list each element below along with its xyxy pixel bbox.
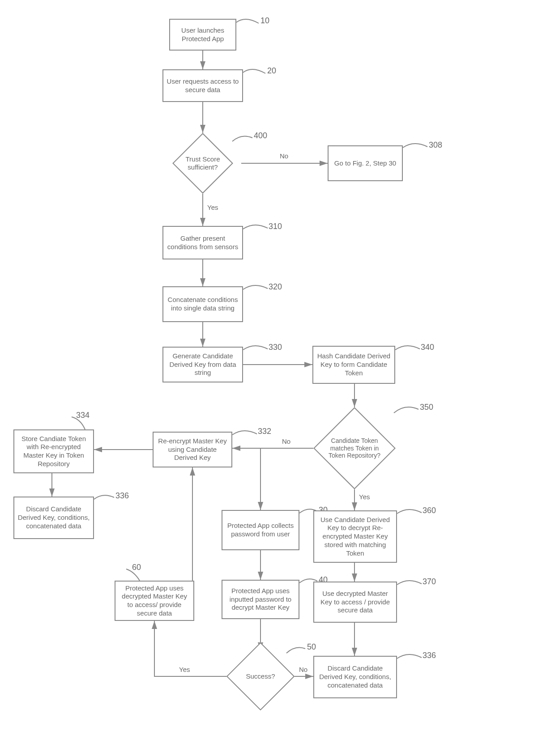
process-store-token: Store Candiate Token with Re-encrypted M… [13, 429, 94, 473]
process-access-secure-data: Use decrypted Master Key to access / pro… [313, 582, 397, 623]
node-label: Discard Candidate Derived Key, condition… [317, 664, 393, 689]
connectors [0, 0, 555, 756]
node-label: Re-encrypt Master Key using Candidate De… [156, 437, 229, 462]
node-label: Hash Candidate Derived Key to form Candi… [316, 352, 392, 377]
process-collect-password: Protected App collects password from use… [222, 510, 299, 550]
node-label: Generate Candidate Derived Key from data… [166, 352, 239, 377]
node-number: 336 [115, 491, 129, 501]
node-number: 340 [421, 343, 434, 352]
node-label: Concatenate conditions into single data … [166, 296, 239, 313]
flowchart-canvas: User launches Protected App 10 User requ… [0, 0, 555, 756]
process-gather-conditions: Gather present conditions from sensors [162, 226, 243, 259]
process-hash-cdk: Hash Candidate Derived Key to form Candi… [312, 346, 395, 384]
node-number: 400 [254, 131, 267, 140]
node-label: Protected App uses inputted password to … [225, 587, 296, 612]
decision-success: Success? [226, 642, 295, 711]
node-label: Success? [246, 672, 275, 680]
node-label: Protected App collects password from use… [225, 522, 296, 539]
node-number: 320 [269, 282, 282, 292]
edge-label-yes: Yes [207, 204, 218, 211]
node-label: Protected App uses decrypted Master Key … [118, 584, 191, 618]
process-request-access: User requests access to secure data [162, 69, 243, 102]
process-decrypt-with-password: Protected App uses inputted password to … [222, 580, 299, 619]
node-label: Use decrypted Master Key to access / pro… [317, 590, 393, 615]
node-number: 334 [76, 411, 90, 420]
process-discard-left: Discard Candidate Derived Key, condition… [13, 497, 94, 539]
node-number: 20 [267, 66, 276, 76]
process-decrypt-remk: Use Candidate Derived Key to decrypt Re-… [313, 510, 397, 563]
node-label: Discard Candidate Derived Key, condition… [17, 505, 90, 530]
edge-label-no: No [282, 437, 290, 445]
process-reencrypt-master-key: Re-encrypt Master Key using Candidate De… [153, 432, 232, 467]
process-discard-right: Discard Candidate Derived Key, condition… [313, 656, 397, 698]
node-number: 360 [423, 506, 436, 515]
node-label: Use Candidate Derived Key to decrypt Re-… [317, 516, 393, 558]
process-generate-cdk: Generate Candidate Derived Key from data… [162, 347, 243, 382]
node-label: Candidate Token matches Token in Token R… [328, 437, 381, 459]
node-label: Go to Fig. 2, Step 30 [334, 159, 396, 168]
node-number: 60 [132, 563, 141, 572]
node-number: 10 [260, 16, 269, 25]
process-concatenate: Concatenate conditions into single data … [162, 286, 243, 322]
node-label: Store Candiate Token with Re-encrypted M… [17, 435, 90, 468]
edge-label-yes: Yes [359, 493, 370, 501]
node-label: User launches Protected App [173, 26, 233, 43]
edge-label-no: No [280, 152, 288, 160]
node-number: 308 [429, 140, 442, 150]
node-number: 336 [423, 651, 436, 660]
node-number: 310 [269, 222, 282, 231]
process-goto-fig2: Go to Fig. 2, Step 30 [328, 145, 403, 181]
edge-label-yes: Yes [179, 666, 190, 673]
decision-trust-score: Trust Score sufficient? [172, 133, 233, 194]
process-use-master-key: Protected App uses decrypted Master Key … [115, 581, 194, 621]
node-label: Gather present conditions from sensors [166, 234, 239, 251]
process-launch-app: User launches Protected App [169, 19, 236, 51]
edge-label-no: No [299, 666, 307, 673]
node-number: 350 [420, 403, 433, 412]
node-number: 330 [269, 343, 282, 352]
node-number: 50 [307, 642, 316, 652]
node-number: 370 [423, 577, 436, 586]
node-number: 332 [258, 427, 271, 436]
node-label: User requests access to secure data [166, 77, 239, 94]
decision-token-match: Candidate Token matches Token in Token R… [313, 407, 396, 489]
node-label: Trust Score sufficient? [184, 155, 222, 171]
